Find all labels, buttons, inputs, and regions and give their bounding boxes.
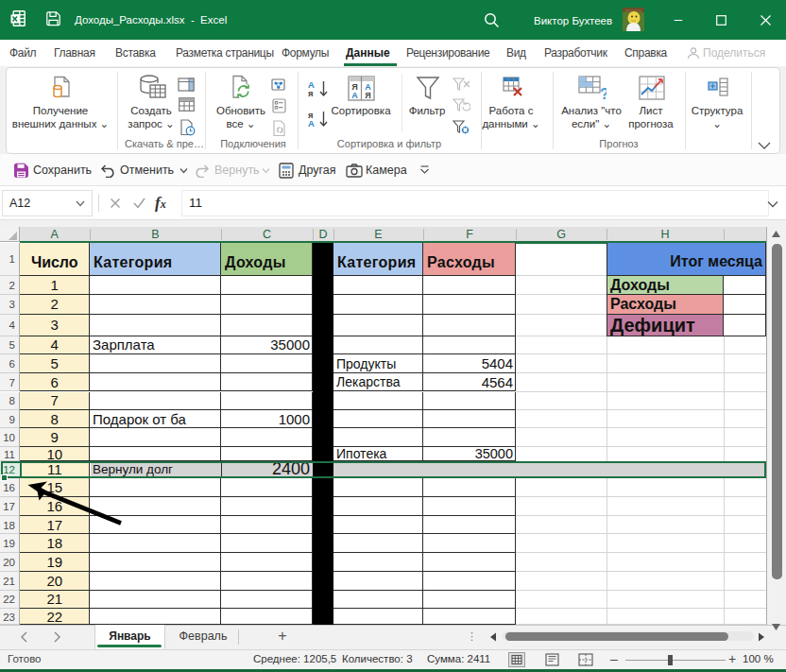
svg-text:А: А (351, 91, 358, 100)
svg-text:?: ? (600, 86, 607, 101)
svg-text:Я: Я (365, 91, 370, 100)
